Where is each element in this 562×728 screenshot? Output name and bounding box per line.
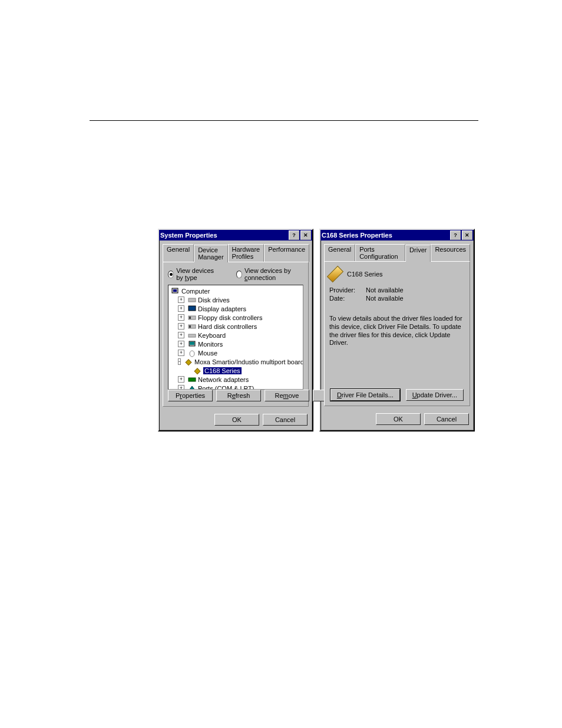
svg-rect-13 bbox=[194, 368, 200, 374]
tree-label: Ports (COM & LPT) bbox=[198, 385, 254, 390]
diamond-icon bbox=[193, 367, 201, 375]
remove-button[interactable]: Remove bbox=[265, 390, 309, 401]
help-icon[interactable]: ? bbox=[289, 230, 299, 240]
device-tree[interactable]: Computer+Disk drives+Display adapters+Fl… bbox=[168, 285, 303, 390]
tree-item-keyboard[interactable]: +Keyboard bbox=[170, 331, 302, 340]
tree-item-monitors[interactable]: +Monitors bbox=[170, 340, 302, 348]
titlebar[interactable]: System Properties ? ✕ bbox=[159, 230, 312, 241]
device-name: C168 Series bbox=[347, 271, 383, 278]
tree-label: Monitors bbox=[198, 341, 223, 348]
driver-description: To view details about the driver files l… bbox=[329, 315, 465, 347]
tree-item-moxa[interactable]: -Moxa Smartio/Industio multiport board bbox=[170, 357, 302, 366]
expander-icon[interactable]: + bbox=[178, 323, 184, 330]
expander-icon[interactable]: + bbox=[178, 332, 184, 338]
display-icon bbox=[188, 305, 196, 313]
tab-resources[interactable]: Resources bbox=[431, 244, 470, 261]
svg-rect-14 bbox=[189, 378, 196, 381]
update-driver-button[interactable]: Update Driver... bbox=[406, 389, 464, 401]
svg-point-11 bbox=[190, 351, 194, 357]
radio-view-by-connection[interactable]: View devices by connection bbox=[236, 267, 303, 281]
titlebar[interactable]: C168 Series Properties ? ✕ bbox=[320, 230, 474, 241]
cancel-button[interactable]: Cancel bbox=[424, 413, 469, 425]
date-value: Not available bbox=[366, 295, 404, 302]
tree-item-mouse[interactable]: +Mouse bbox=[170, 348, 302, 357]
tab-ports-configuration[interactable]: Ports Configuration bbox=[355, 244, 405, 261]
expander-icon[interactable]: + bbox=[178, 341, 184, 347]
tree-item-hdd[interactable]: +Hard disk controllers bbox=[170, 322, 302, 331]
disk-icon bbox=[188, 296, 196, 304]
expander-icon[interactable]: + bbox=[178, 376, 184, 383]
tab-device-manager[interactable]: Device Manager bbox=[194, 245, 227, 262]
tree-item-net[interactable]: +Network adapters bbox=[170, 375, 302, 384]
svg-rect-10 bbox=[190, 342, 194, 345]
tree-item-c168[interactable]: C168 Series bbox=[170, 366, 302, 375]
svg-rect-5 bbox=[189, 317, 191, 319]
expander-icon[interactable]: + bbox=[178, 314, 184, 321]
expander-icon[interactable]: + bbox=[178, 385, 184, 390]
svg-rect-12 bbox=[186, 359, 191, 365]
close-icon[interactable]: ✕ bbox=[300, 230, 311, 240]
diamond-icon bbox=[331, 270, 339, 278]
tab-driver[interactable]: Driver bbox=[405, 245, 431, 262]
svg-rect-3 bbox=[189, 306, 196, 311]
network-icon bbox=[188, 375, 196, 384]
tree-label: Disk drives bbox=[198, 297, 230, 304]
monitor-icon bbox=[188, 340, 196, 348]
ok-button[interactable]: OK bbox=[214, 414, 259, 426]
provider-value: Not available bbox=[366, 286, 404, 294]
page-header-rule bbox=[90, 120, 478, 121]
system-properties-dialog: System Properties ? ✕ General Device Man… bbox=[158, 229, 313, 431]
figure-container: System Properties ? ✕ General Device Man… bbox=[158, 229, 475, 431]
ok-button[interactable]: OK bbox=[376, 413, 421, 425]
tree-item-disk[interactable]: +Disk drives bbox=[170, 295, 302, 304]
svg-rect-2 bbox=[189, 298, 196, 302]
tree-label: Moxa Smartio/Industio multiport board bbox=[194, 358, 303, 365]
help-icon[interactable]: ? bbox=[450, 230, 461, 240]
port-icon bbox=[188, 384, 196, 390]
expander-icon[interactable]: + bbox=[178, 297, 184, 303]
radio-label: View devices by connection bbox=[244, 267, 303, 281]
tab-general[interactable]: General bbox=[163, 244, 194, 262]
radio-dot-icon bbox=[168, 271, 174, 278]
tab-performance[interactable]: Performance bbox=[264, 244, 309, 262]
expander-icon[interactable]: - bbox=[178, 358, 181, 365]
tree-item-ports[interactable]: +Ports (COM & LPT) bbox=[170, 384, 302, 390]
mouse-icon bbox=[188, 349, 196, 357]
tab-general[interactable]: General bbox=[324, 244, 355, 261]
tree-item-display[interactable]: +Display adapters bbox=[170, 304, 302, 313]
tree-label: Hard disk controllers bbox=[198, 323, 257, 330]
cancel-button[interactable]: Cancel bbox=[263, 414, 308, 426]
diamond-icon bbox=[184, 358, 193, 366]
radio-dot-icon bbox=[236, 271, 242, 278]
dialog-title: C168 Series Properties bbox=[322, 232, 392, 239]
provider-label: Provider: bbox=[329, 286, 366, 294]
svg-rect-1 bbox=[173, 289, 177, 292]
tree-item-computer[interactable]: Computer bbox=[170, 286, 302, 295]
svg-rect-7 bbox=[189, 325, 191, 328]
date-label: Date: bbox=[329, 295, 366, 302]
tab-strip: General Ports Configuration Driver Resou… bbox=[324, 244, 470, 261]
tree-label: Mouse bbox=[198, 350, 217, 357]
radio-view-by-type[interactable]: View devices by type bbox=[168, 267, 221, 281]
tab-strip: General Device Manager Hardware Profiles… bbox=[163, 244, 309, 262]
radio-label: View devices by type bbox=[176, 267, 221, 281]
tree-label: Computer bbox=[181, 288, 210, 295]
close-icon[interactable]: ✕ bbox=[462, 230, 472, 240]
expander-icon[interactable]: + bbox=[178, 350, 184, 356]
expander-icon[interactable]: + bbox=[178, 305, 184, 312]
controller-icon bbox=[188, 322, 196, 331]
tab-hardware-profiles[interactable]: Hardware Profiles bbox=[228, 244, 265, 262]
tree-label: Keyboard bbox=[198, 332, 226, 339]
tree-label: C168 Series bbox=[203, 367, 242, 374]
properties-button[interactable]: Properties bbox=[168, 390, 213, 401]
svg-rect-8 bbox=[189, 334, 196, 337]
tree-item-floppy[interactable]: +Floppy disk controllers bbox=[170, 313, 302, 322]
tab-panel: C168 Series Provider: Not available Date… bbox=[324, 261, 470, 406]
c168-properties-dialog: C168 Series Properties ? ✕ General Ports… bbox=[319, 229, 475, 431]
keyboard-icon bbox=[188, 331, 196, 340]
tree-label: Floppy disk controllers bbox=[198, 314, 262, 321]
refresh-button[interactable]: Refresh bbox=[216, 390, 261, 401]
driver-file-details-button[interactable]: Driver File Details... bbox=[330, 389, 400, 401]
tree-label: Display adapters bbox=[198, 305, 246, 312]
tree-label: Network adapters bbox=[198, 376, 249, 383]
